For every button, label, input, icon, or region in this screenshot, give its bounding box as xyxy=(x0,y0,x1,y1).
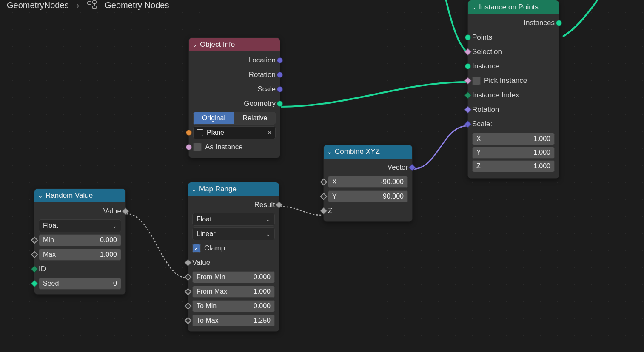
chevron-down-icon: ⌄ xyxy=(192,41,197,48)
max-field[interactable]: Max 1.000 xyxy=(39,249,121,261)
clear-object-icon[interactable]: ✕ xyxy=(267,129,272,137)
from-max-field[interactable]: From Max 1.000 xyxy=(192,286,275,298)
input-value: Value xyxy=(188,255,279,270)
svg-rect-1 xyxy=(93,1,96,3)
output-scale: Scale xyxy=(189,82,280,97)
svg-rect-2 xyxy=(93,6,96,9)
data-type-dropdown[interactable]: Float ⌄ xyxy=(39,219,121,232)
socket-bool-in[interactable] xyxy=(186,144,192,150)
interpolation-dropdown[interactable]: Linear ⌄ xyxy=(192,227,275,240)
chevron-down-icon: ⌄ xyxy=(266,231,271,237)
socket-vector-out[interactable] xyxy=(277,86,283,92)
input-object: Plane ✕ xyxy=(189,125,280,140)
input-from-max: From Max 1.000 xyxy=(188,284,279,299)
input-points: Points xyxy=(468,30,559,45)
breadcrumb-modifier[interactable]: GeometryNodes xyxy=(7,0,69,10)
node-combine-xyz[interactable]: ⌄ Combine XYZ Vector X -90.000 Y 90.000 … xyxy=(323,145,413,222)
node-title: Combine XYZ xyxy=(335,148,380,156)
node-title: Instance on Points xyxy=(479,3,539,11)
input-min: Min 0.000 xyxy=(34,233,125,247)
chevron-down-icon: ⌄ xyxy=(38,192,43,199)
node-object-info[interactable]: ⌄ Object Info Location Rotation Scale Ge… xyxy=(188,37,280,158)
node-map-range[interactable]: ⌄ Map Range Result Float ⌄ Linear ⌄ ✓ Cl… xyxy=(188,182,279,332)
checkbox-pick-instance[interactable] xyxy=(472,77,481,85)
input-rotation: Rotation xyxy=(468,102,559,117)
chevron-right-icon: › xyxy=(77,0,80,10)
from-min-field[interactable]: From Min 0.000 xyxy=(192,271,275,283)
node-instance-on-points[interactable]: ⌄ Instance on Points Instances Points Se… xyxy=(467,0,559,179)
mesh-icon xyxy=(197,129,203,136)
to-min-field[interactable]: To Min 0.000 xyxy=(192,300,275,312)
node-title: Map Range xyxy=(199,185,237,193)
socket-geometry-out[interactable] xyxy=(556,20,562,26)
chevron-down-icon: ⌄ xyxy=(327,148,332,155)
input-pick-instance: Pick Instance xyxy=(468,74,559,88)
object-field[interactable]: Plane ✕ xyxy=(193,126,276,139)
socket-geometry-in[interactable] xyxy=(465,63,471,69)
node-random-value[interactable]: ⌄ Random Value Value Float ⌄ Min 0.000 M… xyxy=(34,188,126,295)
nodetree-icon xyxy=(87,0,97,10)
min-field[interactable]: Min 0.000 xyxy=(39,234,121,246)
output-result: Result xyxy=(188,198,279,212)
input-x: X -90.000 xyxy=(324,175,412,189)
node-header[interactable]: ⌄ Object Info xyxy=(189,38,280,51)
input-y: Y 90.000 xyxy=(324,189,412,204)
node-title: Object Info xyxy=(200,40,235,49)
chevron-down-icon: ⌄ xyxy=(471,4,476,11)
node-header[interactable]: ⌄ Map Range xyxy=(188,182,279,196)
input-instance-index: Instance Index xyxy=(468,88,559,102)
chevron-down-icon: ⌄ xyxy=(191,186,197,193)
output-instances: Instances xyxy=(468,16,559,30)
chevron-down-icon: ⌄ xyxy=(112,223,117,229)
breadcrumb-nodegroup[interactable]: Geometry Nodes xyxy=(105,0,169,10)
node-header[interactable]: ⌄ Combine XYZ xyxy=(324,145,412,159)
breadcrumb: GeometryNodes › Geometry Nodes xyxy=(7,0,169,10)
input-id: ID xyxy=(34,262,125,276)
input-scale-label: Scale: xyxy=(468,117,559,131)
scale-z-field[interactable]: Z 1.000 xyxy=(472,160,555,172)
svg-rect-0 xyxy=(88,2,91,4)
checkbox-as-instance[interactable] xyxy=(193,143,202,151)
node-header[interactable]: ⌄ Instance on Points xyxy=(468,0,559,14)
output-location: Location xyxy=(189,53,280,68)
scale-x-field[interactable]: X 1.000 xyxy=(472,133,555,145)
socket-vector-out[interactable] xyxy=(277,57,283,63)
node-title: Random Value xyxy=(46,191,93,200)
input-seed: Seed 0 xyxy=(34,276,125,291)
input-from-min: From Min 0.000 xyxy=(188,270,279,284)
toggle-original[interactable]: Original xyxy=(193,112,234,125)
input-to-min: To Min 0.000 xyxy=(188,299,279,313)
output-vector: Vector xyxy=(324,160,412,175)
socket-geometry-out[interactable] xyxy=(277,101,283,107)
output-value: Value xyxy=(34,204,125,219)
socket-geometry-in[interactable] xyxy=(465,34,471,40)
scale-y-field[interactable]: Y 1.000 xyxy=(472,147,555,159)
input-instance: Instance xyxy=(468,59,559,74)
transform-space-toggle[interactable]: Original Relative xyxy=(193,112,276,125)
socket-object-in[interactable] xyxy=(186,130,192,136)
object-name: Plane xyxy=(207,129,224,136)
socket-vector-out[interactable] xyxy=(277,72,283,78)
clamp-row: ✓ Clamp xyxy=(188,241,279,255)
chevron-down-icon: ⌄ xyxy=(266,216,271,223)
input-to-max: To Max 1.250 xyxy=(188,313,279,328)
to-max-field[interactable]: To Max 1.250 xyxy=(192,315,275,326)
input-selection: Selection xyxy=(468,45,559,59)
input-z: Z xyxy=(324,204,412,218)
output-rotation: Rotation xyxy=(189,68,280,82)
seed-field[interactable]: Seed 0 xyxy=(39,278,121,290)
node-header[interactable]: ⌄ Random Value xyxy=(34,189,125,202)
input-as-instance: As Instance xyxy=(189,140,280,154)
output-geometry: Geometry xyxy=(189,97,280,111)
data-type-dropdown[interactable]: Float ⌄ xyxy=(192,213,275,226)
input-max: Max 1.000 xyxy=(34,247,125,262)
y-field[interactable]: Y 90.000 xyxy=(328,190,408,202)
toggle-relative[interactable]: Relative xyxy=(234,112,276,125)
x-field[interactable]: X -90.000 xyxy=(328,176,408,188)
checkbox-clamp[interactable]: ✓ xyxy=(192,244,201,253)
